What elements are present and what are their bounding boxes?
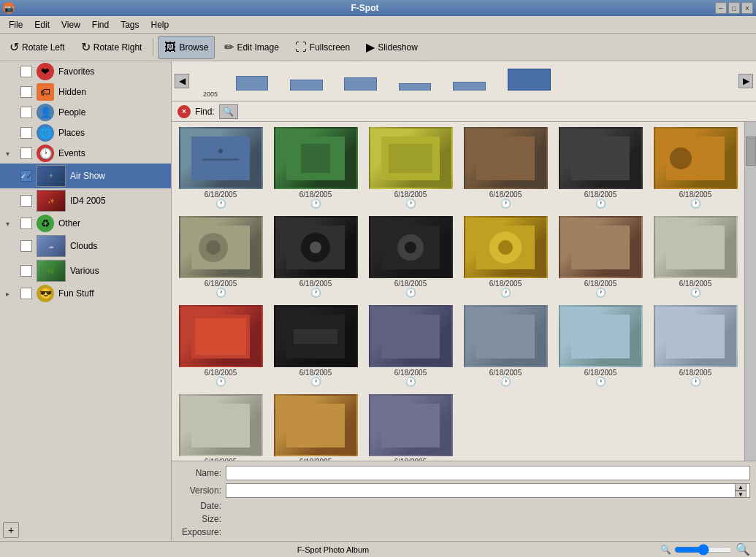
- spinner-up[interactable]: ▲: [735, 483, 747, 491]
- right-panel: ◀ 2005 ▶ × Find: 🔍: [172, 61, 756, 541]
- other-checkbox[interactable]: [20, 218, 32, 229]
- menubar: File Edit View Find Tags Help: [0, 16, 756, 34]
- list-item[interactable]: 6/18/2005 🕐: [270, 392, 362, 461]
- svg-point-1: [218, 149, 223, 153]
- timeline-next-button[interactable]: ▶: [738, 74, 753, 88]
- photo-thumbnail: [464, 127, 548, 189]
- id4-label: ID4 2005: [70, 196, 106, 206]
- version-spinner[interactable]: ▲ ▼: [735, 483, 747, 498]
- list-item[interactable]: 6/18/2005 🕐: [459, 125, 551, 211]
- edit-image-button[interactable]: ✏ Edit Image: [218, 36, 285, 59]
- name-input[interactable]: [226, 466, 750, 480]
- events-checkbox[interactable]: [20, 147, 32, 159]
- slideshow-icon: ▶: [366, 40, 375, 54]
- airshow-label: Air Show: [70, 171, 105, 181]
- list-item[interactable]: 6/18/2005 🕐: [175, 125, 267, 211]
- list-item[interactable]: 6/18/2005 🕐: [364, 214, 457, 300]
- photo-thumbnail: [464, 216, 548, 278]
- list-item[interactable]: 6/18/2005 🕐: [270, 214, 362, 300]
- sidebar-item-airshow[interactable]: ✓ ✈ Air Show: [0, 164, 171, 188]
- add-tag-button[interactable]: +: [3, 522, 19, 538]
- airshow-checkbox[interactable]: ✓: [20, 170, 32, 182]
- id4-checkbox[interactable]: [20, 195, 32, 207]
- funstuff-label: Fun Stuff: [58, 288, 93, 299]
- photo-grid: 6/18/2005 🕐 6/18/2005 🕐: [175, 125, 741, 461]
- sidebar-item-people[interactable]: 👤 People: [0, 102, 171, 123]
- timeline-year: 2005: [203, 91, 218, 98]
- photo-thumbnail: [654, 305, 738, 367]
- minimize-button[interactable]: −: [715, 2, 727, 14]
- various-checkbox[interactable]: [20, 265, 32, 277]
- sidebar-item-favorites[interactable]: ❤ Favorites: [0, 61, 171, 82]
- slideshow-button[interactable]: ▶ Slideshow: [359, 36, 424, 59]
- places-checkbox[interactable]: [20, 127, 32, 139]
- list-item[interactable]: 6/18/2005 🕐: [459, 214, 551, 300]
- browse-button[interactable]: 🖼 Browse: [158, 36, 215, 59]
- photo-date: 6/18/2005: [299, 369, 332, 377]
- list-item[interactable]: 6/18/2005 🕐: [270, 303, 362, 389]
- sidebar: ❤ Favorites 🏷 Hidden 👤 People 🌐 Places ▾: [0, 61, 172, 541]
- airshow-thumbnail: ✈: [37, 165, 66, 187]
- sidebar-item-clouds[interactable]: ☁ Clouds: [0, 234, 171, 258]
- sidebar-item-hidden[interactable]: 🏷 Hidden: [0, 82, 171, 102]
- events-icon: 🕐: [37, 145, 54, 162]
- menu-tags[interactable]: Tags: [115, 18, 145, 31]
- sidebar-item-events[interactable]: ▾ 🕐 Events: [0, 143, 171, 164]
- sidebar-item-funstuff[interactable]: ▸ 😎 Fun Stuff: [0, 283, 171, 304]
- list-item[interactable]: 6/18/2005 🕐: [459, 303, 551, 389]
- list-item[interactable]: 6/18/2005 🕐: [175, 214, 267, 300]
- photo-date: 6/18/2005: [489, 280, 522, 288]
- find-close-button[interactable]: ×: [177, 105, 191, 118]
- list-item[interactable]: 6/18/2005 🕐: [554, 214, 646, 300]
- list-item[interactable]: 6/18/2005 🕐: [649, 214, 741, 300]
- list-item[interactable]: 6/18/2005 🕐: [554, 125, 646, 211]
- rotate-left-button[interactable]: ↺ Rotate Left: [3, 36, 72, 59]
- photo-area: 6/18/2005 🕐 6/18/2005 🕐: [172, 122, 756, 461]
- menu-help[interactable]: Help: [145, 18, 175, 31]
- statusbar-title: F-Spot Photo Album: [297, 545, 369, 554]
- photo-grid-container[interactable]: 6/18/2005 🕐 6/18/2005 🕐: [172, 122, 744, 461]
- close-button[interactable]: ×: [741, 2, 753, 14]
- menu-find[interactable]: Find: [86, 18, 115, 31]
- maximize-button[interactable]: □: [728, 2, 740, 14]
- svg-point-22: [498, 240, 513, 255]
- spinner-down[interactable]: ▼: [735, 491, 747, 498]
- list-item[interactable]: 6/18/2005 🕐: [364, 303, 457, 389]
- list-item[interactable]: 6/18/2005 🕐: [270, 125, 362, 211]
- funstuff-checkbox[interactable]: [20, 288, 32, 299]
- people-checkbox[interactable]: [20, 107, 32, 118]
- timeline-prev-button[interactable]: ◀: [175, 74, 189, 88]
- photo-date: 6/18/2005: [394, 280, 427, 288]
- menu-view[interactable]: View: [56, 18, 86, 31]
- list-item[interactable]: 6/18/2005 🕐: [364, 125, 457, 211]
- clouds-checkbox[interactable]: [20, 240, 32, 252]
- timeline-bar-feb: [290, 80, 323, 91]
- list-item[interactable]: 6/18/2005 🕐: [175, 392, 267, 461]
- sidebar-item-id4[interactable]: ✨ ID4 2005: [0, 188, 171, 213]
- scrollbar[interactable]: [744, 122, 756, 461]
- timeline-track[interactable]: 2005: [192, 65, 736, 98]
- sidebar-item-other[interactable]: ▾ ♻ Other: [0, 213, 171, 234]
- zoom-control: 🔍 🔍: [660, 542, 750, 556]
- zoom-slider[interactable]: [674, 544, 733, 556]
- clouds-thumbnail: ☁: [37, 235, 66, 257]
- hidden-checkbox[interactable]: [20, 86, 32, 98]
- menu-file[interactable]: File: [3, 18, 28, 31]
- favorites-checkbox[interactable]: [20, 66, 32, 77]
- list-item[interactable]: 6/18/2005 🕐: [175, 303, 267, 389]
- fullscreen-icon: ⛶: [295, 41, 307, 54]
- list-item[interactable]: 6/18/2005 🕐: [364, 392, 457, 461]
- sidebar-item-places[interactable]: 🌐 Places: [0, 123, 171, 143]
- photo-thumbnail: [369, 127, 453, 189]
- menu-edit[interactable]: Edit: [28, 18, 56, 31]
- photo-date: 6/18/2005: [679, 191, 712, 199]
- sidebar-item-various[interactable]: 🌿 Various: [0, 258, 171, 283]
- fullscreen-button[interactable]: ⛶ Fullscreen: [289, 36, 356, 59]
- rotate-right-button[interactable]: ↻ Rotate Right: [75, 36, 149, 59]
- photo-date: 6/18/2005: [205, 191, 237, 199]
- scrollbar-thumb[interactable]: [746, 137, 756, 166]
- list-item[interactable]: 6/18/2005 🕐: [554, 303, 646, 389]
- photo-time-icon: 🕐: [215, 288, 226, 298]
- list-item[interactable]: 6/18/2005 🕐: [649, 125, 741, 211]
- list-item[interactable]: 6/18/2005 🕐: [649, 303, 741, 389]
